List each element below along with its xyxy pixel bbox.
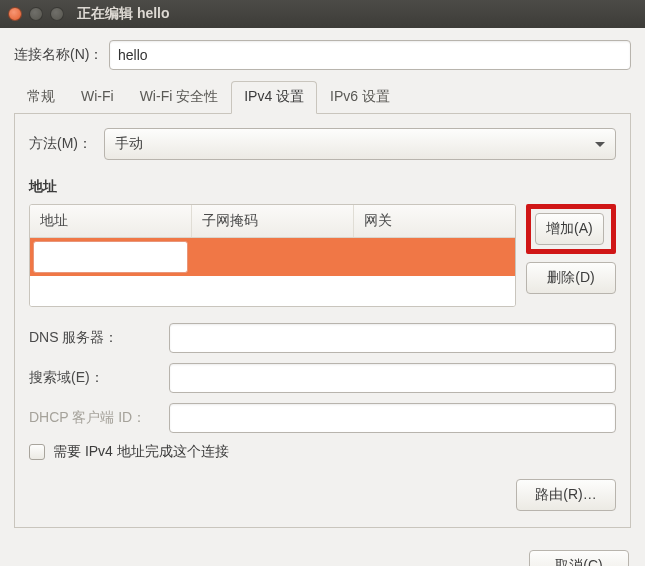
tab-ipv4[interactable]: IPv4 设置: [231, 81, 317, 114]
col-address[interactable]: 地址: [30, 205, 192, 237]
dns-label: DNS 服务器：: [29, 329, 169, 347]
dhcp-client-id-input: [169, 403, 616, 433]
method-label: 方法(M)：: [29, 135, 104, 153]
tab-ipv6[interactable]: IPv6 设置: [317, 81, 403, 114]
search-domain-label: 搜索域(E)：: [29, 369, 169, 387]
dialog-footer: 取消(C): [0, 542, 645, 566]
titlebar: 正在编辑 hello: [0, 0, 645, 28]
tab-general[interactable]: 常规: [14, 81, 68, 114]
col-netmask[interactable]: 子网掩码: [192, 205, 354, 237]
search-domain-input[interactable]: [169, 363, 616, 393]
routes-button[interactable]: 路由(R)…: [516, 479, 616, 511]
chevron-down-icon: [595, 142, 605, 147]
window-title: 正在编辑 hello: [77, 5, 170, 23]
delete-button[interactable]: 删除(D): [526, 262, 616, 294]
cancel-button[interactable]: 取消(C): [529, 550, 629, 566]
connection-name-input[interactable]: [109, 40, 631, 70]
address-cell-input[interactable]: [33, 241, 188, 273]
method-value: 手动: [115, 135, 143, 153]
ipv4-panel: 方法(M)： 手动 地址 地址 子网掩码 网关: [14, 114, 631, 528]
tab-bar: 常规 Wi-Fi Wi-Fi 安全性 IPv4 设置 IPv6 设置: [14, 80, 631, 114]
addresses-title: 地址: [29, 178, 616, 196]
dns-input[interactable]: [169, 323, 616, 353]
dhcp-client-id-label: DHCP 客户端 ID：: [29, 409, 169, 427]
method-combo[interactable]: 手动: [104, 128, 616, 160]
col-gateway[interactable]: 网关: [354, 205, 515, 237]
close-icon[interactable]: [8, 7, 22, 21]
add-button[interactable]: 增加(A): [535, 213, 604, 245]
connection-name-label: 连接名称(N)：: [14, 46, 109, 64]
require-ipv4-label: 需要 IPv4 地址完成这个连接: [53, 443, 229, 461]
table-row[interactable]: [30, 238, 515, 276]
address-table: 地址 子网掩码 网关: [29, 204, 516, 307]
maximize-icon[interactable]: [50, 7, 64, 21]
minimize-icon[interactable]: [29, 7, 43, 21]
tab-wifi[interactable]: Wi-Fi: [68, 81, 127, 114]
tab-wifi-security[interactable]: Wi-Fi 安全性: [127, 81, 232, 114]
add-button-highlight: 增加(A): [526, 204, 616, 254]
require-ipv4-checkbox[interactable]: [29, 444, 45, 460]
